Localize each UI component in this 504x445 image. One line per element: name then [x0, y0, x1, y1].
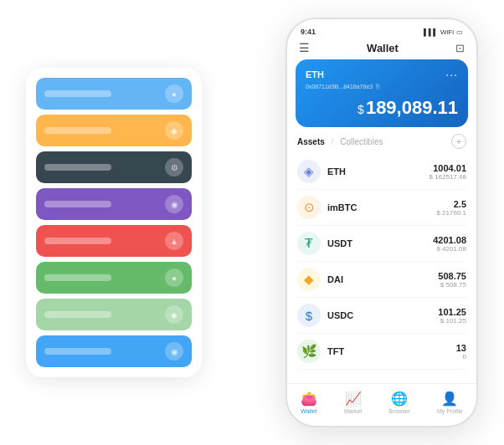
card-icon: ●: [165, 84, 183, 103]
asset-name: imBTC: [327, 202, 436, 212]
card-stack: ● ◆ ⚙ ◉ ▲ ● ◆ ◉: [26, 68, 202, 377]
eth-card-top: ETH ···: [306, 68, 458, 81]
card-item[interactable]: ◉: [36, 335, 192, 367]
asset-usd: $ 508.75: [438, 281, 466, 289]
tab-divider: /: [332, 137, 334, 146]
card-label: [44, 238, 111, 244]
card-icon: ⚙: [165, 158, 183, 176]
card-icon: ◉: [165, 195, 183, 213]
asset-usd: $ 101.25: [438, 317, 466, 325]
scene: ● ◆ ⚙ ◉ ▲ ● ◆ ◉ 9:41 ▌▌▌ WiFi ▭: [9, 9, 495, 436]
nav-label: Browser: [388, 408, 410, 414]
asset-amounts: 2.5 $ 21760.1: [436, 199, 466, 217]
asset-icon-tft: 🌿: [297, 340, 321, 363]
asset-row[interactable]: ◆ DAI 508.75 $ 508.75: [297, 262, 466, 298]
eth-card-menu[interactable]: ···: [445, 68, 458, 81]
asset-amounts: 101.25 $ 101.25: [438, 307, 466, 325]
nav-icon: 🌐: [391, 391, 408, 407]
page-title: Wallet: [367, 42, 399, 54]
phone-mockup: 9:41 ▌▌▌ WiFi ▭ ☰ Wallet ⊡ ETH ··· 0x087…: [285, 18, 478, 427]
asset-amount: 4201.08: [433, 235, 466, 245]
asset-icon-usdc: $: [297, 304, 321, 327]
nav-icon: 📈: [345, 391, 362, 407]
asset-row[interactable]: $ USDC 101.25 $ 101.25: [297, 298, 466, 334]
card-label: [44, 164, 111, 171]
nav-item-my-profile[interactable]: 👤 My Profile: [437, 391, 463, 414]
copy-icon[interactable]: ⎘: [376, 83, 380, 90]
asset-amount: 1004.01: [429, 163, 467, 173]
asset-name: USDT: [327, 238, 433, 248]
card-icon: ◉: [165, 342, 183, 361]
balance-amount: 189,089.11: [366, 97, 458, 118]
eth-card-label: ETH: [306, 69, 324, 79]
scan-icon[interactable]: ⊡: [455, 42, 465, 54]
card-icon: ▲: [165, 232, 183, 250]
battery-icon: ▭: [456, 28, 463, 36]
card-icon: ◆: [165, 121, 183, 140]
bottom-nav: 👛 Wallet 📈 Market 🌐 Browser 👤 My Profile: [287, 383, 476, 426]
card-icon: ◆: [165, 305, 183, 324]
asset-amounts: 1004.01 $ 162517.48: [429, 163, 467, 181]
phone-header: ☰ Wallet ⊡: [287, 39, 476, 59]
asset-icon-eth: ◈: [297, 160, 321, 183]
eth-address-text: 0x08711d3B...8418a78e3: [306, 84, 373, 90]
eth-balance: $189,089.11: [306, 97, 458, 119]
card-item[interactable]: ◉: [36, 188, 192, 220]
asset-name: TFT: [327, 346, 456, 356]
status-bar: 9:41 ▌▌▌ WiFi ▭: [287, 19, 476, 39]
tab-collectibles[interactable]: Collectibles: [340, 137, 383, 146]
asset-usd: $ 21760.1: [436, 209, 466, 217]
card-label: [44, 348, 111, 355]
nav-icon: 👤: [441, 391, 458, 407]
eth-address: 0x08711d3B...8418a78e3 ⎘: [306, 83, 458, 90]
asset-row[interactable]: 🌿 TFT 13 0: [297, 334, 466, 370]
card-label: [44, 90, 111, 97]
tab-assets[interactable]: Assets: [297, 137, 325, 146]
nav-icon: 👛: [301, 391, 317, 407]
asset-icon-imbtc: ⊙: [297, 196, 321, 219]
card-label: [44, 311, 111, 318]
asset-row[interactable]: ◈ ETH 1004.01 $ 162517.48: [297, 154, 466, 190]
asset-amount: 101.25: [438, 307, 466, 317]
card-icon: ●: [165, 269, 183, 287]
card-label: [44, 201, 111, 207]
dollar-sign: $: [357, 103, 364, 116]
asset-amounts: 4201.08 $ 4201.08: [433, 235, 466, 253]
wifi-icon: WiFi: [440, 28, 454, 36]
asset-usd: $ 162517.48: [429, 173, 467, 181]
card-item[interactable]: ⚙: [36, 151, 192, 183]
status-icons: ▌▌▌ WiFi ▭: [424, 28, 463, 36]
nav-label: My Profile: [437, 408, 463, 414]
asset-usd: 0: [456, 353, 466, 361]
nav-item-wallet[interactable]: 👛 Wallet: [301, 391, 317, 414]
asset-row[interactable]: ₮ USDT 4201.08 $ 4201.08: [297, 226, 466, 262]
card-item[interactable]: ●: [36, 78, 192, 110]
asset-name: USDC: [327, 310, 438, 320]
asset-icon-usdt: ₮: [297, 232, 321, 255]
asset-row[interactable]: ⊙ imBTC 2.5 $ 21760.1: [297, 190, 466, 226]
card-item[interactable]: ●: [36, 262, 192, 294]
signal-icon: ▌▌▌: [424, 28, 438, 36]
asset-amounts: 508.75 $ 508.75: [438, 271, 466, 289]
asset-amounts: 13 0: [456, 343, 466, 361]
nav-item-market[interactable]: 📈 Market: [344, 391, 362, 414]
asset-name: DAI: [327, 274, 438, 284]
assets-tabs: Assets / Collectibles +: [287, 134, 476, 154]
card-item[interactable]: ◆: [36, 115, 192, 146]
card-item[interactable]: ▲: [36, 225, 192, 257]
card-label: [44, 274, 111, 281]
card-item[interactable]: ◆: [36, 299, 192, 330]
nav-label: Market: [344, 408, 362, 414]
asset-list: ◈ ETH 1004.01 $ 162517.48 ⊙ imBTC 2.5 $ …: [287, 154, 476, 383]
asset-name: ETH: [327, 166, 429, 176]
asset-amount: 508.75: [438, 271, 466, 281]
eth-card[interactable]: ETH ··· 0x08711d3B...8418a78e3 ⎘ $189,08…: [296, 59, 468, 127]
nav-label: Wallet: [301, 408, 316, 414]
asset-amount: 13: [456, 343, 466, 353]
menu-icon[interactable]: ☰: [299, 41, 310, 54]
status-time: 9:41: [301, 28, 316, 36]
add-asset-button[interactable]: +: [451, 134, 466, 149]
asset-icon-dai: ◆: [297, 268, 321, 291]
asset-usd: $ 4201.08: [433, 245, 466, 253]
nav-item-browser[interactable]: 🌐 Browser: [388, 391, 410, 414]
